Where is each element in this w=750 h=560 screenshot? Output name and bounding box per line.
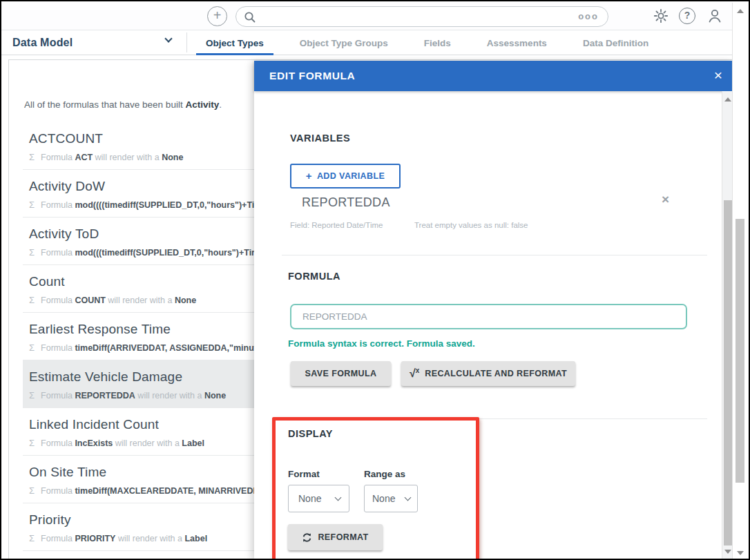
variables-heading: VARIABLES xyxy=(290,133,350,144)
formula-success-message: Formula syntax is correct. Formula saved… xyxy=(288,338,475,349)
content-area: All of the formulas that have been built… xyxy=(1,55,733,559)
sigma-icon: Σ xyxy=(29,485,35,496)
add-variable-button[interactable]: + ADD VARIABLE xyxy=(290,164,401,189)
tab-assessments[interactable]: Assessments xyxy=(469,30,565,55)
topbar: + ooo ? xyxy=(1,1,733,30)
divider xyxy=(282,418,707,419)
sqrt-x-icon: √x xyxy=(410,367,419,380)
page-scrollbar-thumb[interactable] xyxy=(735,219,744,483)
variable-name: REPORTEDDA xyxy=(302,195,390,210)
divider xyxy=(282,255,707,255)
navbar: Data Model Object Types Object Type Grou… xyxy=(1,30,733,55)
search-icon xyxy=(244,11,256,23)
range-as-label: Range as xyxy=(364,469,405,479)
formula-heading: FORMULA xyxy=(288,271,340,282)
sigma-icon: Σ xyxy=(29,295,35,305)
sigma-icon: Σ xyxy=(29,390,35,400)
scroll-up-icon[interactable] xyxy=(737,9,744,13)
scroll-down-icon[interactable] xyxy=(724,550,731,554)
app-window: + ooo ? Data Model xyxy=(0,0,750,560)
close-icon[interactable]: × xyxy=(714,67,722,84)
tab-data-definition[interactable]: Data Definition xyxy=(565,30,666,55)
divider xyxy=(186,32,187,52)
app-menu-label: Data Model xyxy=(12,37,73,49)
chevron-down-icon xyxy=(335,494,342,501)
tab-object-types[interactable]: Object Types xyxy=(188,30,282,55)
modal-title: EDIT FORMULA xyxy=(269,70,355,82)
plus-icon: + xyxy=(306,170,312,182)
remove-variable-icon[interactable]: × xyxy=(662,193,669,206)
user-profile-icon[interactable] xyxy=(706,8,723,24)
tab-fields[interactable]: Fields xyxy=(406,30,469,55)
edit-formula-modal: EDIT FORMULA × VARIABLES + ADD VARIABLE … xyxy=(254,61,733,559)
search-input[interactable] xyxy=(261,8,565,25)
sigma-icon: Σ xyxy=(29,438,35,448)
tab-bar: Object Types Object Type Groups Fields A… xyxy=(188,30,666,55)
refresh-icon xyxy=(302,532,312,543)
scroll-down-icon[interactable] xyxy=(737,551,744,555)
scroll-up-icon[interactable] xyxy=(724,97,731,102)
modal-scrollbar-thumb[interactable] xyxy=(724,200,732,545)
chevron-down-icon xyxy=(164,35,172,42)
variable-field-meta: Field: Reported Date/Time xyxy=(290,221,383,229)
add-icon[interactable]: + xyxy=(207,6,227,26)
chevron-down-icon xyxy=(405,494,412,501)
modal-header: EDIT FORMULA × xyxy=(254,61,733,91)
variable-null-meta: Treat empty values as null: false xyxy=(414,221,528,229)
page-region: + ooo ? Data Model xyxy=(1,1,735,559)
format-label: Format xyxy=(288,469,320,479)
display-heading: DISPLAY xyxy=(288,428,333,439)
sigma-icon: Σ xyxy=(29,247,35,258)
format-select[interactable]: None xyxy=(288,485,349,512)
sigma-icon: Σ xyxy=(29,200,35,210)
page-scrollbar[interactable] xyxy=(732,3,747,560)
app-menu-dropdown[interactable]: Data Model xyxy=(12,30,73,55)
reformat-button[interactable]: REFORMAT xyxy=(288,524,383,550)
tab-object-type-groups[interactable]: Object Type Groups xyxy=(282,30,406,55)
search-bar[interactable]: ooo xyxy=(235,6,608,27)
help-icon[interactable]: ? xyxy=(679,8,695,24)
recalculate-and-reformat-button[interactable]: √x RECALCULATE AND REFORMAT xyxy=(401,361,575,386)
settings-gear-icon[interactable] xyxy=(653,8,669,24)
search-overflow-icon[interactable]: ooo xyxy=(578,11,599,21)
sigma-icon: Σ xyxy=(29,533,35,543)
save-formula-button[interactable]: SAVE FORMULA xyxy=(291,361,391,386)
sigma-icon: Σ xyxy=(29,342,35,353)
sigma-icon: Σ xyxy=(29,152,35,162)
range-as-select[interactable]: None xyxy=(364,485,418,512)
formula-input[interactable] xyxy=(290,304,687,329)
modal-body: VARIABLES + ADD VARIABLE REPORTEDDA × Fi… xyxy=(254,91,722,559)
